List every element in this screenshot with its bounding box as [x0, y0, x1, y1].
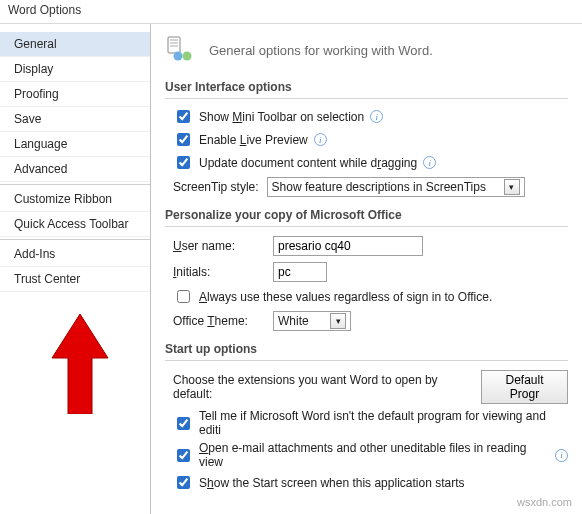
username-row: User name:: [165, 233, 568, 259]
checkbox-open-reading-view[interactable]: [177, 449, 190, 462]
svg-rect-1: [168, 37, 180, 53]
option-always-use[interactable]: Always use these values regardless of si…: [165, 285, 568, 308]
select-screentip-value: Show feature descriptions in ScreenTips: [272, 180, 486, 194]
annotation-arrow: Click on Trust Center: [25, 314, 135, 514]
svg-marker-0: [52, 314, 108, 414]
info-icon[interactable]: i: [555, 449, 568, 462]
general-options-icon: [165, 34, 197, 66]
main-layout: General Display Proofing Save Language A…: [0, 24, 582, 514]
info-icon[interactable]: i: [423, 156, 436, 169]
info-icon[interactable]: i: [314, 133, 327, 146]
option-drag-update[interactable]: Update document content while dragging i: [165, 151, 568, 174]
label-default-extensions: Choose the extensions you want Word to o…: [173, 373, 473, 401]
label-always-use: Always use these values regardless of si…: [199, 290, 492, 304]
chevron-down-icon[interactable]: ▾: [504, 179, 520, 195]
sidebar-item-proofing[interactable]: Proofing: [0, 82, 150, 107]
default-programs-button[interactable]: Default Progr: [481, 370, 568, 404]
sidebar-item-trust-center[interactable]: Trust Center: [0, 267, 150, 292]
sidebar-separator: [0, 184, 150, 185]
checkbox-mini-toolbar[interactable]: [177, 110, 190, 123]
section-user-interface: User Interface options: [165, 72, 568, 99]
option-open-reading-view[interactable]: Open e-mail attachments and other unedit…: [165, 439, 568, 471]
option-live-preview[interactable]: Enable Live Preview i: [165, 128, 568, 151]
sidebar-item-advanced[interactable]: Advanced: [0, 157, 150, 182]
label-live-preview: Enable Live Preview: [199, 133, 308, 147]
label-screentip-style: ScreenTip style:: [173, 180, 259, 194]
sidebar-item-customize-ribbon[interactable]: Customize Ribbon: [0, 187, 150, 212]
initials-row: Initials:: [165, 259, 568, 285]
checkbox-start-screen[interactable]: [177, 476, 190, 489]
svg-point-5: [174, 52, 183, 61]
window-title: Word Options: [0, 0, 582, 24]
sidebar-item-save[interactable]: Save: [0, 107, 150, 132]
checkbox-always-use[interactable]: [177, 290, 190, 303]
default-extensions-row: Choose the extensions you want Word to o…: [165, 367, 568, 407]
label-username: User name:: [173, 239, 265, 253]
page-header: General options for working with Word.: [165, 34, 568, 72]
theme-row: Office Theme: White ▾: [165, 308, 568, 334]
option-mini-toolbar[interactable]: Show Mini Toolbar on selection i: [165, 105, 568, 128]
select-theme-value: White: [278, 314, 309, 328]
label-tell-me-default: Tell me if Microsoft Word isn't the defa…: [199, 409, 568, 437]
checkbox-drag-update[interactable]: [177, 156, 190, 169]
section-startup: Start up options: [165, 334, 568, 361]
checkbox-tell-me-default[interactable]: [177, 417, 190, 430]
watermark: wsxdn.com: [517, 496, 572, 508]
sidebar-separator: [0, 239, 150, 240]
section-personalize: Personalize your copy of Microsoft Offic…: [165, 200, 568, 227]
content-pane: General options for working with Word. U…: [151, 24, 582, 514]
page-header-text: General options for working with Word.: [209, 43, 433, 58]
sidebar-item-general[interactable]: General: [0, 32, 150, 57]
label-open-reading-view: Open e-mail attachments and other unedit…: [199, 441, 549, 469]
option-tell-me-default[interactable]: Tell me if Microsoft Word isn't the defa…: [165, 407, 568, 439]
sidebar-item-language[interactable]: Language: [0, 132, 150, 157]
sidebar-item-add-ins[interactable]: Add-Ins: [0, 242, 150, 267]
sidebar: General Display Proofing Save Language A…: [0, 24, 151, 514]
svg-point-6: [183, 52, 192, 61]
sidebar-item-display[interactable]: Display: [0, 57, 150, 82]
input-initials[interactable]: [273, 262, 327, 282]
select-office-theme[interactable]: White ▾: [273, 311, 351, 331]
label-drag-update: Update document content while dragging: [199, 156, 417, 170]
label-initials: Initials:: [173, 265, 265, 279]
label-mini-toolbar: Show Mini Toolbar on selection: [199, 110, 364, 124]
checkbox-live-preview[interactable]: [177, 133, 190, 146]
select-screentip-style[interactable]: Show feature descriptions in ScreenTips …: [267, 177, 525, 197]
input-username[interactable]: [273, 236, 423, 256]
label-office-theme: Office Theme:: [173, 314, 265, 328]
sidebar-item-quick-access-toolbar[interactable]: Quick Access Toolbar: [0, 212, 150, 237]
screentip-style-row: ScreenTip style: Show feature descriptio…: [165, 174, 568, 200]
info-icon[interactable]: i: [370, 110, 383, 123]
chevron-down-icon[interactable]: ▾: [330, 313, 346, 329]
label-start-screen: Show the Start screen when this applicat…: [199, 476, 465, 490]
option-start-screen[interactable]: Show the Start screen when this applicat…: [165, 471, 568, 494]
